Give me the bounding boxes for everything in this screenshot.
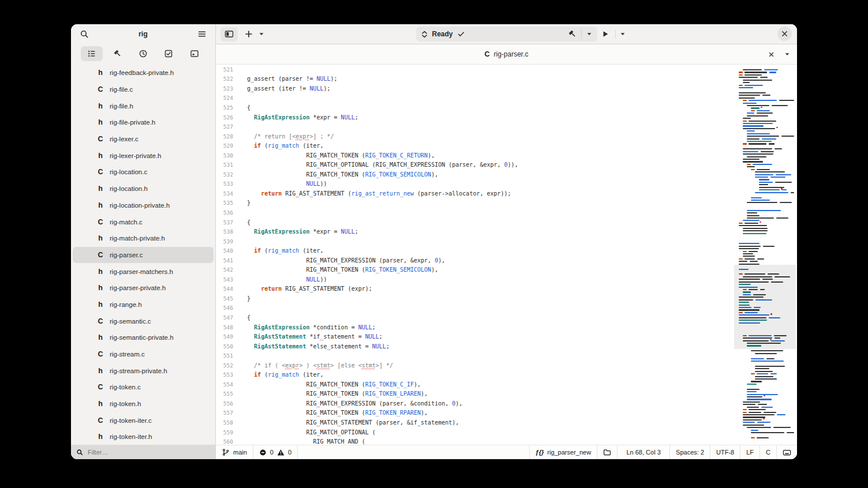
code-line[interactable]: 549 RigAstStatement *if_statement = NULL…: [216, 332, 797, 341]
primary-menu-button[interactable]: [194, 27, 209, 42]
sidebar-tab-documentation[interactable]: [184, 46, 205, 61]
file-list-item[interactable]: hrig-match-private.h: [73, 230, 214, 247]
code-line[interactable]: 556 RIG_MATCH_EXPRESSION (parser, &condi…: [216, 399, 797, 408]
file-list-item[interactable]: Crig-file.c: [73, 81, 214, 98]
new-document-button[interactable]: [241, 27, 256, 42]
code-line[interactable]: 537 {: [216, 217, 797, 227]
file-list-item[interactable]: hrig-stream-private.h: [73, 362, 214, 379]
omni-bar[interactable]: Ready: [416, 27, 597, 42]
file-list-item[interactable]: Crig-match.c: [73, 213, 214, 230]
code-line[interactable]: 544 return RIG_AST_STATEMENT (expr);: [216, 284, 797, 294]
code-line[interactable]: 541 RIG_MATCH_EXPRESSION (parser, &expr,…: [216, 256, 797, 265]
code-line[interactable]: 555 RIG_MATCH_TOKEN (RIG_TOKEN_LPAREN),: [216, 389, 797, 399]
code-line[interactable]: 525 {: [216, 103, 797, 112]
minimap-line: [747, 391, 757, 392]
language-button[interactable]: C: [760, 445, 776, 459]
code-line[interactable]: 548 RigAstExpression *condition = NULL;: [216, 322, 797, 332]
code-line[interactable]: 550 RigAstStatement *else_statement = NU…: [216, 341, 797, 351]
file-list-item[interactable]: hrig-file.h: [73, 97, 214, 114]
code-line[interactable]: 552 /* if ( <expr> ) <stmt> [else <stmt>…: [216, 361, 797, 370]
run-menu-button[interactable]: [618, 27, 627, 42]
build-menu-button[interactable]: [586, 31, 593, 37]
minimap-line: [744, 223, 758, 224]
code-line[interactable]: 554 RIG_MATCH_TOKEN (RIG_TOKEN_C_IF),: [216, 380, 797, 389]
symbol-button[interactable]: ƒ{} rig_parser_new: [529, 445, 597, 459]
search-button[interactable]: [77, 27, 92, 42]
minimap-viewport[interactable]: [734, 265, 796, 349]
file-list-item[interactable]: Crig-parser.c: [73, 247, 214, 264]
code-line[interactable]: 527: [216, 122, 797, 132]
code-line[interactable]: 533 NULL)): [216, 179, 797, 189]
keyboard-button[interactable]: [776, 445, 797, 459]
file-list-item[interactable]: hrig-parser-matchers.h: [73, 263, 214, 280]
file-list-item[interactable]: Crig-location.c: [73, 164, 214, 181]
filter-input[interactable]: [87, 448, 204, 456]
code-line[interactable]: 553 if (rig_match (iter,: [216, 370, 797, 380]
build-button[interactable]: [568, 29, 577, 39]
project-folder-button[interactable]: [597, 445, 617, 459]
file-list-item[interactable]: hrig-range.h: [73, 296, 214, 313]
file-list-item[interactable]: Crig-lexer.c: [73, 131, 214, 148]
sidebar-tab-history[interactable]: [132, 46, 154, 61]
code-line[interactable]: 521: [216, 65, 797, 74]
code-line[interactable]: 551: [216, 351, 797, 361]
file-list-item[interactable]: hrig-token-iter.h: [73, 429, 214, 445]
code-line[interactable]: 529 if (rig_match (iter,: [216, 141, 797, 151]
run-button[interactable]: [598, 27, 613, 42]
cursor-position-button[interactable]: Ln 68, Col 3: [617, 445, 669, 459]
code-line[interactable]: 558 RIG_MATCH_STATEMENT (parser, &if_sta…: [216, 418, 797, 427]
page-menu-button[interactable]: [782, 49, 792, 59]
code-line[interactable]: 546: [216, 303, 797, 313]
code-line[interactable]: 543 NULL)): [216, 275, 797, 284]
code-line[interactable]: 532 RIG_MATCH_TOKEN (RIG_TOKEN_SEMICOLON…: [216, 170, 797, 179]
file-list-item[interactable]: hrig-parser-private.h: [73, 280, 214, 296]
code-line[interactable]: 547 {: [216, 313, 797, 322]
file-list-item[interactable]: hrig-semantic-private.h: [73, 329, 214, 346]
diagnostics-button[interactable]: 0 0: [253, 445, 298, 459]
source-editor[interactable]: 521522 g_assert (parser != NULL);523 g_a…: [216, 65, 797, 445]
code-line[interactable]: 539: [216, 237, 797, 246]
code-line[interactable]: 530 RIG_MATCH_TOKEN (RIG_TOKEN_C_RETURN)…: [216, 151, 797, 160]
code-line[interactable]: 545 }: [216, 294, 797, 303]
code-line[interactable]: 531 RIG_MATCH_OPTIONAL (RIG_MATCH_EXPRES…: [216, 160, 797, 170]
sidebar-tab-build[interactable]: [107, 46, 129, 61]
code-line[interactable]: 523 g_assert (iter != NULL);: [216, 84, 797, 93]
code-line[interactable]: 559 RIG_MATCH_OPTIONAL (: [216, 427, 797, 437]
code-line[interactable]: 557 RIG_MATCH_TOKEN (RIG_TOKEN_RPAREN),: [216, 408, 797, 418]
code-line[interactable]: 536: [216, 208, 797, 217]
code-line[interactable]: 540 if (rig_match (iter,: [216, 246, 797, 256]
file-list-item[interactable]: hrig-location.h: [73, 181, 214, 197]
sidebar-tab-tests[interactable]: [158, 46, 179, 61]
branch-button[interactable]: main: [216, 445, 253, 459]
code-line[interactable]: 538 RigAstExpression *expr = NULL;: [216, 227, 797, 237]
file-list-item[interactable]: hrig-lexer-private.h: [73, 147, 214, 164]
file-list-item[interactable]: hrig-location-private.h: [73, 197, 214, 214]
sidebar-tab-project-tree[interactable]: [81, 46, 103, 61]
file-list-item[interactable]: Crig-stream.c: [73, 346, 214, 363]
code-line[interactable]: 542 RIG_MATCH_TOKEN (RIG_TOKEN_SEMICOLON…: [216, 265, 797, 275]
window-close-button[interactable]: [777, 27, 792, 41]
code-line[interactable]: 528 /* return [<expr>] ; */: [216, 132, 797, 141]
toggle-sidebar-button[interactable]: [220, 27, 238, 42]
code-line[interactable]: 526 RigAstExpression *expr = NULL;: [216, 112, 797, 122]
code-line[interactable]: 524: [216, 93, 797, 103]
indentation-button[interactable]: Spaces: 2: [669, 445, 710, 459]
code-line[interactable]: 560 RIG_MATCH_AND (: [216, 437, 797, 445]
file-list-item[interactable]: hrig-feedback-private.h: [73, 65, 214, 81]
line-number: 536: [216, 209, 240, 216]
file-list-item[interactable]: Crig-token-iter.c: [73, 412, 214, 429]
code-line[interactable]: 534 return RIG_AST_STATEMENT (rig_ast_re…: [216, 189, 797, 198]
file-list-item[interactable]: hrig-token.h: [73, 396, 214, 412]
file-list-item[interactable]: Crig-semantic.c: [73, 313, 214, 329]
encoding-button[interactable]: UTF-8: [710, 445, 740, 459]
page-close-button[interactable]: [766, 49, 776, 59]
code-line[interactable]: 535 }: [216, 198, 797, 208]
minimap-line: [744, 72, 767, 73]
minimap-line: [743, 123, 773, 124]
file-list-item[interactable]: Crig-token.c: [73, 379, 214, 396]
minimap[interactable]: [734, 65, 796, 445]
new-document-menu-button[interactable]: [257, 27, 265, 42]
code-line[interactable]: 522 g_assert (parser != NULL);: [216, 74, 797, 84]
line-ending-button[interactable]: LF: [740, 445, 760, 459]
file-list-item[interactable]: hrig-file-private.h: [73, 114, 214, 131]
